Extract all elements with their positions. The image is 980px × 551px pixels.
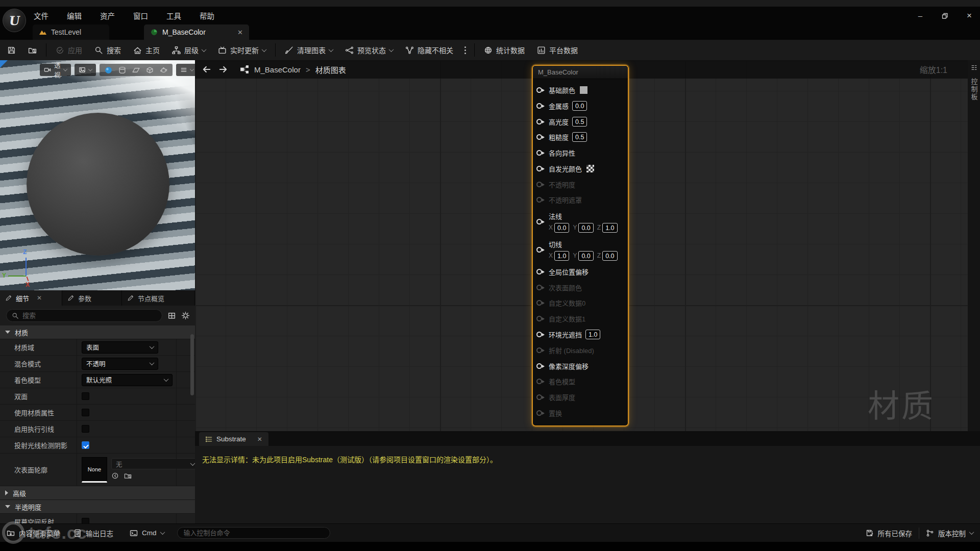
material-graph-canvas[interactable]: M_BaseColor > 材质图表 缩放1:1 M_BaseColor 基础颜… [195, 60, 980, 431]
section-header-1[interactable]: 高级 [0, 486, 195, 500]
pin-value-input[interactable]: 1.0 [554, 251, 569, 261]
restore-button[interactable] [940, 11, 949, 20]
tab-details[interactable]: 细节 ✕ [0, 290, 62, 306]
breadcrumb-page[interactable]: 材质图表 [315, 64, 346, 75]
material-pin-8[interactable]: 法线X0.0Y0.0Z1.0 [536, 208, 625, 235]
tab-substrate[interactable]: Substrate ✕ [199, 432, 268, 446]
pin-circle-icon[interactable] [536, 119, 542, 124]
pin-circle-icon[interactable] [536, 332, 542, 337]
platform-stats-button[interactable]: 平台数据 [531, 40, 584, 60]
pin-value-input[interactable]: 0.5 [572, 117, 587, 127]
grid-view-icon[interactable] [167, 311, 176, 320]
asset-dropdown[interactable]: 无 [111, 458, 195, 469]
property-checkbox[interactable] [82, 409, 89, 416]
pin-value-input[interactable]: 0.0 [602, 251, 617, 261]
gear-icon[interactable] [181, 311, 190, 320]
material-pin-2[interactable]: 高光度0.5 [536, 114, 625, 129]
cylinder-shape-icon[interactable] [118, 66, 127, 74]
collapse-icon[interactable] [5, 331, 10, 334]
menu-window[interactable]: 窗口 [133, 10, 148, 21]
pin-circle-icon[interactable] [536, 219, 542, 224]
browse-asset-icon[interactable] [124, 472, 132, 481]
pin-swatch-checker[interactable] [586, 164, 595, 173]
pin-circle-icon[interactable] [536, 103, 542, 109]
home-button[interactable]: 主页 [127, 40, 166, 60]
teapot-shape-icon[interactable] [159, 66, 168, 74]
material-pin-9[interactable]: 切线X1.0Y0.0Z0.0 [536, 236, 625, 263]
section-header-2[interactable]: 半透明度 [0, 500, 195, 514]
pin-value-input[interactable]: 0.0 [572, 101, 587, 111]
minimize-button[interactable]: – [916, 11, 925, 20]
browse-button[interactable] [22, 40, 43, 60]
property-checkbox[interactable] [82, 392, 89, 400]
all-saved-button[interactable]: 所有已保存 [859, 524, 919, 542]
clean-graph-button[interactable]: 清理图表 [279, 40, 339, 60]
asset-thumbnail[interactable]: None [82, 457, 107, 483]
pin-circle-icon[interactable] [536, 269, 542, 274]
tab-close-icon[interactable]: ✕ [37, 294, 42, 302]
more-options-icon[interactable] [464, 49, 466, 51]
back-arrow-icon[interactable] [202, 65, 211, 74]
details-search-input-wrap[interactable] [6, 309, 162, 322]
section-header-0[interactable]: 材质 [0, 325, 195, 339]
material-pin-16[interactable]: 像素深度偏移 [536, 359, 625, 373]
hide-unrelated-button[interactable]: 隐藏不相关 [399, 40, 459, 60]
material-pin-1[interactable]: 金属感0.0 [536, 98, 625, 113]
forward-arrow-icon[interactable] [218, 65, 228, 74]
viewport-menu-button[interactable] [176, 64, 195, 76]
menu-asset[interactable]: 资产 [100, 10, 115, 21]
pin-swatch-solid[interactable] [579, 86, 588, 94]
material-node-header[interactable]: M_BaseColor [533, 66, 628, 79]
property-dropdown[interactable]: 表面 [82, 341, 158, 354]
material-pin-0[interactable]: 基础颜色 [536, 83, 625, 97]
cmd-dropdown[interactable]: Cmd [123, 524, 171, 542]
material-pin-4[interactable]: 各向异性 [536, 145, 625, 160]
pin-value-input[interactable]: 0.5 [572, 132, 587, 142]
preview-state-button[interactable]: 预览状态 [339, 40, 399, 60]
pin-circle-icon[interactable] [536, 134, 542, 140]
content-drawer-button[interactable]: 内容侧滑菜单 [0, 524, 67, 542]
tab-close-icon[interactable]: ✕ [257, 436, 262, 443]
console-command-input[interactable] [184, 529, 324, 537]
pin-value-input[interactable]: 0.0 [578, 251, 593, 261]
property-checkbox[interactable] [82, 518, 89, 523]
tab-node-overview[interactable]: 节点概览 [122, 290, 195, 306]
pin-value-input[interactable]: 1.0 [602, 223, 617, 233]
pin-circle-icon[interactable] [536, 363, 542, 369]
close-button[interactable]: × [965, 11, 974, 20]
details-scrollbar[interactable] [190, 334, 194, 395]
hierarchy-button[interactable]: 层级 [166, 40, 212, 60]
view-mode-dropdown[interactable] [75, 64, 96, 76]
palette-side-tab[interactable]: 控制板 [968, 60, 980, 431]
property-checkbox[interactable] [82, 425, 89, 433]
tab-parameters[interactable]: 参数 [62, 290, 122, 306]
details-search-input[interactable] [22, 312, 157, 319]
console-input-wrap[interactable] [177, 527, 330, 539]
save-button[interactable] [0, 40, 22, 60]
menu-file[interactable]: 文件 [34, 10, 48, 21]
pin-value-input[interactable]: 0.0 [554, 223, 569, 233]
material-pin-3[interactable]: 粗糙度0.5 [536, 130, 625, 144]
menu-help[interactable]: 帮助 [200, 10, 214, 21]
material-pin-5[interactable]: 自发光颜色 [536, 161, 625, 176]
pin-circle-icon[interactable] [536, 247, 542, 253]
apply-button[interactable]: 应用 [50, 40, 88, 60]
revision-control-button[interactable]: 版本控制 [919, 524, 980, 542]
search-button[interactable]: 搜索 [88, 40, 127, 60]
expand-icon[interactable] [5, 490, 8, 495]
material-pin-14[interactable]: 环境光遮挡1.0 [536, 327, 625, 342]
menu-edit[interactable]: 编辑 [67, 10, 82, 21]
tab-close-icon[interactable]: ✕ [237, 29, 243, 36]
breadcrumb-asset[interactable]: M_BaseColor [254, 65, 301, 74]
property-dropdown[interactable]: 不透明 [82, 358, 158, 370]
pin-value-input[interactable]: 1.0 [585, 330, 600, 339]
pin-value-input[interactable]: 0.0 [578, 223, 593, 233]
pin-circle-icon[interactable] [536, 87, 542, 93]
property-dropdown[interactable]: 默认光照 [82, 374, 173, 386]
camera-mode-dropdown[interactable]: 透视 [40, 64, 71, 76]
material-pin-10[interactable]: 全局位置偏移 [536, 264, 625, 279]
tab-testlevel[interactable]: TestLevel [33, 24, 109, 40]
menu-tools[interactable]: 工具 [166, 10, 181, 21]
live-update-button[interactable]: 实时更新 [212, 40, 272, 60]
output-log-button[interactable]: 输出日志 [67, 524, 120, 542]
